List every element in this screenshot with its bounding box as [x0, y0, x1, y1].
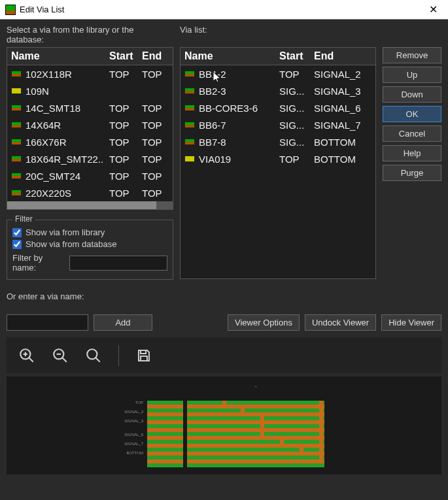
col-start[interactable]: Start	[105, 48, 138, 65]
filter-legend: Filter	[12, 214, 35, 224]
purge-button[interactable]: Purge	[383, 165, 441, 181]
layer-labels: TOP SIGNAL_2 SIGNAL_3 SIGNAL_6 SIGNAL_7 …	[124, 386, 143, 456]
via-icon	[184, 71, 195, 77]
col-end[interactable]: End	[310, 48, 369, 65]
via-icon	[184, 122, 195, 128]
filter-name-input[interactable]	[69, 256, 167, 271]
cell-end: TOP	[138, 151, 167, 167]
table-row[interactable]: BB7-8SIG...BOTTOM	[181, 133, 375, 150]
cell-name: BB1-2	[199, 69, 226, 80]
vialist-label: Via list:	[180, 25, 207, 44]
table-row[interactable]: 18X64R_SMT22..TOPTOP	[7, 150, 173, 167]
up-button[interactable]: Up	[383, 67, 441, 83]
cell-end: BOTTOM	[310, 151, 369, 167]
via-icon	[11, 156, 22, 162]
cell-start: TOP	[105, 100, 138, 116]
down-button[interactable]: Down	[383, 86, 441, 103]
cell-name: VIA019	[199, 154, 231, 165]
cell-name: 14X64R	[26, 120, 61, 131]
table-row[interactable]: VIA019TOPBOTTOM	[181, 150, 375, 167]
cell-end: TOP	[138, 168, 167, 184]
via-name-input[interactable]	[7, 314, 88, 331]
zoom-out-icon[interactable]	[52, 347, 69, 364]
cell-name: BB-CORE3-6	[199, 103, 258, 114]
table-row[interactable]: BB6-7SIG...SIGNAL_7	[181, 116, 375, 133]
table-row[interactable]: 109N	[7, 82, 173, 99]
save-icon[interactable]	[135, 347, 152, 364]
zoom-fit-icon[interactable]	[85, 347, 102, 364]
cancel-button[interactable]: Cancel	[383, 125, 441, 142]
col-name[interactable]: Name	[181, 48, 275, 65]
table-row[interactable]: BB-CORE3-6SIG...SIGNAL_6	[181, 99, 375, 116]
col-name[interactable]: Name	[7, 48, 105, 65]
close-icon[interactable]: ✕	[423, 3, 443, 16]
table-row[interactable]: 14X64RTOPTOP	[7, 116, 173, 133]
remove-button[interactable]: Remove	[383, 47, 441, 63]
cell-start: SIG...	[275, 100, 310, 116]
via-icon	[11, 139, 22, 145]
cell-name: 102X118R	[26, 69, 72, 80]
viewer-options-button[interactable]: Viewer Options	[228, 314, 300, 331]
svg-line-8	[95, 358, 100, 362]
table-row[interactable]: 220X220STOPTOP	[7, 184, 173, 201]
filter-name-label: Filter by name:	[12, 253, 64, 273]
cell-name: 220X220S	[26, 188, 71, 199]
cell-start: TOP	[105, 134, 138, 150]
add-button[interactable]: Add	[94, 314, 152, 331]
via-icon	[11, 105, 22, 111]
filter-group: Filter Show via from library Show via fr…	[7, 220, 173, 280]
show-db-input[interactable]	[12, 240, 22, 249]
col-end[interactable]: End	[138, 48, 167, 65]
table-row[interactable]: 102X118RTOPTOP	[7, 65, 173, 82]
h-scrollbar[interactable]	[7, 201, 173, 209]
via-stack-diagram: I	[187, 386, 324, 467]
show-lib-input[interactable]	[12, 228, 22, 237]
via-icon	[184, 88, 195, 94]
cell-end: SIGNAL_7	[310, 117, 369, 133]
layer-viewer[interactable]: TOP SIGNAL_2 SIGNAL_3 SIGNAL_6 SIGNAL_7 …	[7, 376, 441, 475]
vialist-table-header: Name Start End	[181, 48, 375, 65]
library-table-header: Name Start End	[7, 48, 173, 65]
undock-viewer-button[interactable]: Undock Viewer	[305, 314, 376, 331]
via-pillar	[300, 448, 303, 456]
window-title: Edit Via List	[20, 5, 423, 14]
svg-line-1	[29, 358, 33, 362]
ok-button[interactable]: OK	[383, 106, 441, 122]
cell-end: TOP	[138, 185, 167, 201]
table-row[interactable]: 166X76RTOPTOP	[7, 133, 173, 150]
via-pillar	[280, 440, 284, 448]
toolbar-divider	[118, 345, 119, 366]
cell-start: SIG...	[275, 134, 310, 150]
cell-name: 166X76R	[26, 137, 67, 148]
via-icon	[184, 105, 195, 111]
via-icon	[11, 122, 22, 128]
cell-end: SIGNAL_2	[310, 66, 369, 82]
cell-name: 20C_SMT24	[26, 171, 80, 182]
hide-viewer-button[interactable]: Hide Viewer	[381, 314, 441, 331]
table-row[interactable]: BB2-3SIG...SIGNAL_3	[181, 82, 375, 99]
enter-via-label: Or enter a via name:	[7, 292, 441, 301]
cell-start: TOP	[105, 185, 138, 201]
cell-start: TOP	[105, 151, 138, 167]
zoom-in-icon[interactable]	[18, 347, 35, 364]
show-lib-checkbox[interactable]: Show via from library	[12, 227, 167, 237]
via-pillar	[241, 408, 245, 416]
table-row[interactable]: 14C_SMT18TOPTOP	[7, 99, 173, 116]
cell-end	[138, 88, 167, 93]
show-db-checkbox[interactable]: Show via from database	[12, 239, 167, 249]
vialist-table[interactable]: Name Start End BB1-2TOPSIGNAL_2BB2-3SIG.…	[180, 47, 376, 279]
cell-name: 14C_SMT18	[26, 103, 80, 114]
cell-end: TOP	[138, 117, 167, 133]
via-pillar	[319, 401, 323, 463]
col-start[interactable]: Start	[275, 48, 310, 65]
via-pillar	[260, 416, 264, 440]
library-table[interactable]: Name Start End 102X118RTOPTOP109N14C_SMT…	[7, 47, 173, 210]
cell-name: 109N	[26, 86, 49, 97]
via-icon	[11, 88, 22, 94]
help-button[interactable]: Help	[383, 145, 441, 161]
via-icon	[11, 190, 22, 196]
table-row[interactable]: 20C_SMT24TOPTOP	[7, 167, 173, 184]
select-label: Select a via from the library or the dat…	[7, 25, 173, 44]
svg-rect-9	[141, 350, 146, 354]
table-row[interactable]: BB1-2TOPSIGNAL_2	[181, 65, 375, 82]
